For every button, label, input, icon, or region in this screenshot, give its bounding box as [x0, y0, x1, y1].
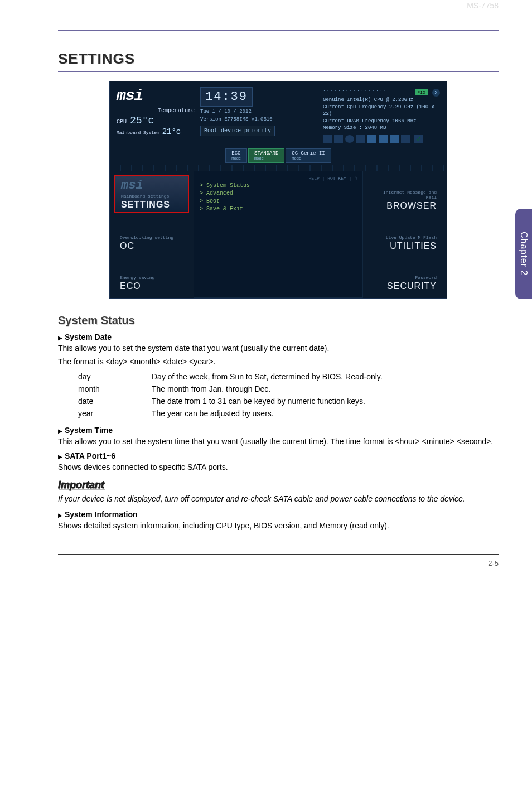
- cell-val: The date from 1 to 31 can be keyed by nu…: [152, 396, 383, 407]
- mode-standard[interactable]: STANDARDmode: [248, 148, 284, 163]
- item-system-information: ▶ System Information: [58, 510, 499, 519]
- mode-oc-genie[interactable]: OC Genie IImode: [286, 148, 331, 163]
- mode-eco[interactable]: ECOmode: [225, 148, 247, 163]
- page-title: SETTINGS: [58, 50, 499, 72]
- bios-date: Tue 1 / 10 / 2012: [200, 109, 317, 114]
- item-system-time: ▶ System Time: [58, 426, 499, 435]
- bios-logo: msi: [117, 87, 195, 104]
- separator-strip: [110, 165, 447, 171]
- msi-small-logo: msi: [121, 179, 143, 192]
- page-number: 2-5: [58, 554, 499, 567]
- menu-item[interactable]: Advanced: [200, 190, 357, 196]
- important-label: Important: [58, 479, 499, 491]
- para: Shows detailed system information, inclu…: [58, 520, 499, 531]
- tile-oc[interactable]: Overclocking setting OC: [114, 215, 189, 253]
- tile-eco[interactable]: Energy saving ECO: [114, 256, 189, 293]
- expand-icon[interactable]: ⤢: [414, 135, 423, 143]
- tile-security[interactable]: Password SECURITY: [367, 256, 442, 293]
- para: Shows devices connected to specific SATA…: [58, 461, 499, 473]
- bios-clock: 14:39: [200, 87, 253, 107]
- tile-main: SETTINGS: [121, 200, 182, 210]
- tile-sub: Live Update M-Flash: [386, 235, 437, 240]
- header-rule: [58, 30, 499, 31]
- decoration-dots: .:::::.:::.:::.::: [323, 87, 388, 97]
- menu-item[interactable]: Save & Exit: [200, 206, 357, 212]
- date-format-table: dayDay of the week, from Sun to Sat, det…: [77, 370, 384, 420]
- para: This allows you to set the system time t…: [58, 436, 499, 447]
- section-heading: System Status: [58, 314, 499, 327]
- tile-main: OC: [120, 241, 183, 251]
- cpu-label: CPU: [117, 119, 127, 125]
- boot-priority-button[interactable]: Boot device priority: [200, 126, 275, 136]
- important-note: If your device is not displayed, turn of…: [58, 493, 499, 504]
- bios-screenshot: msi Temperature CPU 25°c Mainboard Syste…: [109, 81, 447, 299]
- tile-sub: Mainboard settings: [121, 194, 182, 199]
- cpu-temp: 25°c: [130, 115, 154, 126]
- tile-main: UTILITIES: [390, 241, 437, 251]
- cpu-freq: Current Cpu Frequency 2.29 GHz (100 x 22…: [323, 104, 440, 118]
- doc-id: MS-7758: [58, 1, 499, 10]
- para: This allows you to set the system date t…: [58, 343, 499, 354]
- boot-devices[interactable]: ⤢: [323, 135, 440, 143]
- mb-label: Mainboard System: [117, 130, 159, 135]
- mem-size: Memory Size : 2048 MB: [323, 124, 440, 132]
- bios-menu: HELP | HOT KEY | ↰ System Status Advance…: [194, 171, 363, 298]
- item-sata-ports: ▶ SATA Port1~6: [58, 451, 499, 460]
- item-system-date: ▶ System Date: [58, 333, 499, 341]
- cell-key: day: [78, 371, 151, 382]
- cpu-name: Genuine Intel(R) CPU @ 2.20GHz: [323, 97, 440, 104]
- chapter-tab: Chapter 2: [515, 209, 532, 299]
- tile-sub: Password: [415, 275, 437, 280]
- cell-key: date: [78, 396, 151, 407]
- tile-main: ECO: [120, 281, 183, 291]
- f12-badge[interactable]: F12: [415, 89, 427, 95]
- cell-key: year: [78, 408, 151, 419]
- hotkey-hint: HELP | HOT KEY | ↰: [200, 176, 357, 181]
- tile-sub: Internet Message and Mail: [373, 190, 437, 200]
- bios-version: Version E7758IMS V1.0B10: [200, 117, 317, 122]
- bios-left-panel: msi Mainboard settings SETTINGS Overcloc…: [110, 171, 194, 298]
- cell-key: month: [78, 383, 151, 394]
- menu-item[interactable]: Boot: [200, 198, 357, 204]
- tile-utilities[interactable]: Live Update M-Flash UTILITIES: [367, 215, 442, 253]
- close-icon[interactable]: x: [432, 89, 440, 97]
- tile-main: BROWSER: [386, 201, 437, 211]
- cell-val: The year can be adjusted by users.: [152, 408, 383, 419]
- dram-freq: Current DRAM Frequency 1066 MHz: [323, 118, 440, 125]
- temp-label: Temperature: [117, 108, 195, 114]
- bios-right-panel: Internet Message and Mail BROWSER Live U…: [363, 171, 447, 298]
- tile-sub: Energy saving: [120, 275, 183, 280]
- cell-val: Day of the week, from Sun to Sat, determ…: [152, 371, 383, 382]
- tile-settings[interactable]: msi Mainboard settings SETTINGS: [114, 175, 189, 213]
- tile-main: SECURITY: [387, 281, 437, 291]
- chapter-tab-label: Chapter 2: [519, 232, 529, 276]
- mb-temp: 21°c: [162, 127, 181, 136]
- cell-val: The month from Jan. through Dec.: [152, 383, 383, 394]
- para: The format is <day> <month> <date> <year…: [58, 356, 499, 367]
- tile-browser[interactable]: Internet Message and Mail BROWSER: [367, 175, 442, 213]
- menu-item[interactable]: System Status: [200, 182, 357, 189]
- tile-sub: Overclocking setting: [120, 235, 183, 240]
